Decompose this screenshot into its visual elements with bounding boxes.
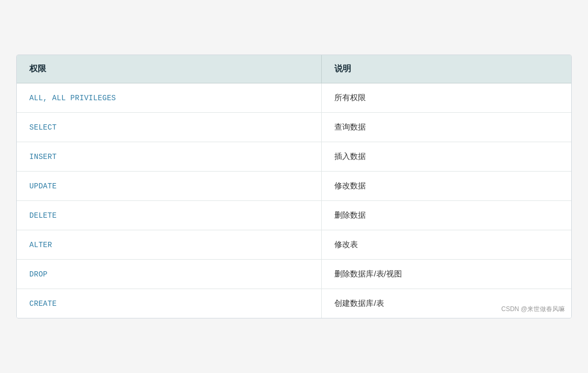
description-cell: 所有权限 [322, 83, 571, 113]
privilege-cell: CREATE [17, 289, 322, 318]
description-cell: 插入数据 [322, 142, 571, 172]
table-header-row: 权限 说明 [17, 55, 571, 83]
privilege-cell: UPDATE [17, 172, 322, 201]
description-cell: 删除数据 [322, 201, 571, 230]
privilege-cell: DELETE [17, 201, 322, 230]
table-row: CREATE创建数据库/表 [17, 289, 571, 318]
table-row: UPDATE修改数据 [17, 172, 571, 201]
privilege-table: 权限 说明 ALL, ALL PRIVILEGES所有权限SELECT查询数据I… [17, 55, 571, 318]
privilege-cell: SELECT [17, 113, 322, 142]
header-description: 说明 [322, 55, 571, 83]
table-row: DELETE删除数据 [17, 201, 571, 230]
privilege-cell: ALTER [17, 230, 322, 260]
privilege-cell: INSERT [17, 142, 322, 172]
description-cell: 修改数据 [322, 172, 571, 201]
privilege-cell: ALL, ALL PRIVILEGES [17, 83, 322, 113]
table-row: ALTER修改表 [17, 230, 571, 260]
description-cell: 修改表 [322, 230, 571, 260]
privilege-cell: DROP [17, 260, 322, 289]
description-cell: 查询数据 [322, 113, 571, 142]
watermark: CSDN @来世做春风嘛 [501, 305, 565, 314]
table-row: SELECT查询数据 [17, 113, 571, 142]
table-row: INSERT插入数据 [17, 142, 571, 172]
privilege-table-container: 权限 说明 ALL, ALL PRIVILEGES所有权限SELECT查询数据I… [16, 55, 572, 318]
table-row: ALL, ALL PRIVILEGES所有权限 [17, 83, 571, 113]
table-row: DROP删除数据库/表/视图 [17, 260, 571, 289]
description-cell: 删除数据库/表/视图 [322, 260, 571, 289]
header-privilege: 权限 [17, 55, 322, 83]
